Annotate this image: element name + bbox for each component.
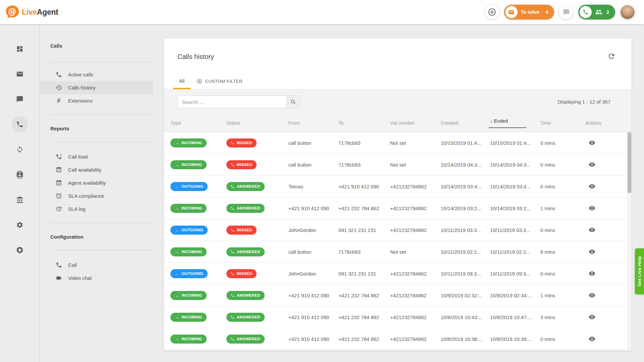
displaying-count: Displaying 1 - 12 of 367 — [557, 99, 610, 105]
status-badge: ANSWERED — [226, 313, 265, 322]
refresh-button[interactable] — [607, 50, 620, 62]
table-row[interactable]: →INCOMINGANSWERED+421 910 412 090+421 23… — [164, 197, 632, 219]
chats-button[interactable] — [559, 5, 574, 19]
sidebar-item-sla-compliance[interactable]: SLA compliance — [40, 189, 153, 202]
cell-time: 0 mins — [540, 184, 585, 189]
table-row[interactable]: →INCOMINGMISSEDcall button7178cb83Not se… — [164, 154, 632, 176]
cell-to: +421 232 784 862 — [338, 314, 390, 320]
cell-ended: 10/8/2019 10:47:... — [490, 314, 540, 320]
sort-desc-icon: ↓ — [490, 118, 492, 124]
table-row[interactable]: ←OUTGOINGMISSEDJohnGordon091 321 231 231… — [164, 219, 632, 241]
view-call-button[interactable] — [587, 225, 597, 235]
cell-from: JohnGordon — [288, 227, 338, 233]
sidebar-item-label: Call — [68, 262, 77, 268]
cell-time: 0 mins — [540, 336, 585, 342]
column-header-to[interactable]: To — [338, 120, 390, 126]
nav-panel: CallsActive callsCalls history#Extension… — [40, 24, 153, 362]
rail-button-star-circle[interactable] — [12, 242, 28, 258]
avatar[interactable] — [620, 4, 635, 20]
view-call-button[interactable] — [587, 203, 597, 213]
view-call-button[interactable] — [587, 182, 597, 191]
rail-button-bank[interactable] — [12, 192, 28, 208]
sidebar-item-calls-history[interactable]: Calls history — [40, 81, 153, 94]
sidebar-item-label: Call load — [68, 154, 88, 160]
cell-via: +421232784862 — [390, 227, 441, 233]
table-row[interactable]: →INCOMINGANSWERED+421 910 412 090+421 23… — [164, 306, 632, 328]
view-call-button[interactable] — [587, 312, 597, 322]
arrow-right-icon: → — [175, 249, 179, 254]
phone-icon — [231, 228, 234, 232]
cell-created: 10/11/2019 09:3... — [441, 271, 490, 277]
sidebar-item-sla-log[interactable]: SLA log — [40, 202, 153, 216]
view-call-button[interactable] — [587, 138, 597, 147]
table-row[interactable]: →INCOMINGANSWERED+421 910 412 090+421 23… — [164, 328, 632, 350]
divider — [50, 114, 153, 115]
tabs: All CUSTOM FILTER — [173, 73, 249, 89]
tab-custom-filter[interactable]: CUSTOM FILTER — [191, 73, 248, 89]
bank-icon — [16, 196, 23, 203]
rail-button-chat[interactable] — [12, 91, 28, 107]
cell-to: 7178cb83 — [338, 249, 390, 255]
arrow-left-icon: ← — [175, 228, 179, 233]
get-live-help-tab[interactable]: Get Live Help — [635, 248, 644, 294]
column-header-time[interactable]: Time — [540, 120, 585, 126]
view-call-button[interactable] — [587, 291, 597, 300]
phone-icon — [231, 250, 234, 254]
cell-ended: 10/8/2019 10:39:... — [490, 336, 540, 342]
arrow-left-icon: ← — [175, 184, 179, 189]
sidebar-item-call-availability[interactable]: Call availability — [40, 163, 153, 176]
table-row[interactable]: →INCOMINGANSWEREDcall button7178cb83Not … — [164, 241, 632, 263]
view-call-button[interactable] — [587, 160, 597, 169]
phone-icon — [231, 163, 234, 167]
rail-button-mail[interactable] — [12, 66, 28, 82]
view-call-button[interactable] — [587, 334, 597, 344]
cell-to: +421 232 784 862 — [338, 293, 390, 298]
rail-button-phone[interactable] — [12, 116, 28, 132]
sidebar-item-label: Video chat — [68, 275, 92, 281]
column-header-actions[interactable]: Actions — [585, 120, 632, 126]
mail-icon — [16, 70, 23, 78]
to-solve-button[interactable]: To solve 4 — [504, 5, 554, 19]
sidebar-item-extensions[interactable]: #Extensions — [40, 94, 153, 107]
table-row[interactable]: →INCOMINGMISSEDcall button7178cb83Not se… — [164, 132, 632, 154]
active-calls-button[interactable]: 2 — [578, 5, 615, 19]
eye-icon — [589, 248, 595, 255]
table-row[interactable]: →INCOMINGANSWERED+421 910 412 090+421 23… — [164, 285, 632, 306]
column-header-from[interactable]: From — [288, 120, 338, 126]
table-row[interactable]: ←OUTGOINGANSWEREDTomas+421 910 412 090+4… — [164, 176, 632, 197]
add-new-button[interactable] — [485, 5, 499, 19]
rail-button-gear[interactable] — [12, 217, 28, 233]
cell-created: 10/8/2019 10:43:... — [441, 314, 490, 320]
sidebar-item-active-calls[interactable]: Active calls — [40, 68, 153, 81]
rail-button-dashboard[interactable] — [12, 41, 28, 57]
sidebar-item-label: Calls history — [68, 85, 96, 90]
rail-button-contacts[interactable] — [12, 167, 28, 183]
cell-from: call button — [288, 162, 338, 168]
column-header-via-number[interactable]: Via number — [390, 120, 441, 126]
chat-icon — [563, 9, 570, 16]
search-input[interactable] — [178, 96, 286, 108]
column-header-ended[interactable]: ↓ Ended — [490, 118, 540, 128]
sidebar-item-agent-availability[interactable]: Agent availability — [40, 176, 153, 189]
sidebar-item-video-chat[interactable]: Video chat — [40, 272, 153, 285]
status-badge: ANSWERED — [226, 335, 265, 344]
tab-all[interactable]: All — [173, 73, 191, 89]
cell-ended: 10/14/2019 04:3... — [490, 162, 540, 168]
rail-button-sync[interactable] — [12, 141, 28, 158]
cell-via: Not set — [390, 140, 441, 146]
sidebar-item-call-load[interactable]: Call load — [40, 150, 153, 163]
column-header-status[interactable]: Status — [226, 120, 288, 126]
search-button[interactable] — [286, 96, 300, 108]
sidebar-item-call[interactable]: Call — [40, 258, 153, 272]
cell-via: Not set — [390, 249, 441, 255]
plus-circle-icon — [488, 8, 496, 16]
divider — [50, 223, 153, 223]
view-call-button[interactable] — [587, 247, 597, 256]
scrollbar-thumb[interactable] — [628, 132, 631, 193]
column-header-type[interactable]: Type — [170, 120, 226, 126]
table-row[interactable]: ←OUTGOINGMISSEDJohnGordon091 321 231 231… — [164, 263, 632, 285]
view-call-button[interactable] — [587, 269, 597, 278]
column-header-created[interactable]: Created — [441, 120, 490, 126]
type-badge: ←OUTGOING — [170, 182, 208, 191]
cell-time: 0 mins — [540, 227, 585, 233]
